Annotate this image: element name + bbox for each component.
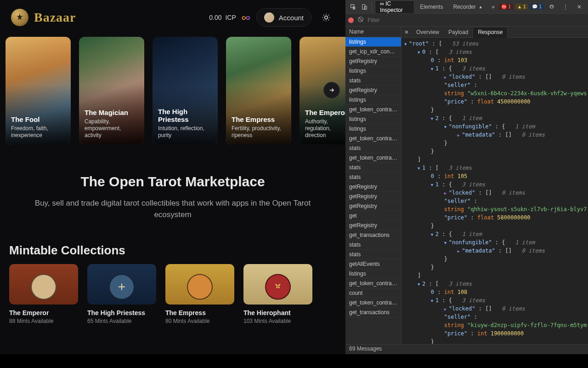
request-detail: ✕ Overview Payload Response "root" : [ 5… [401, 27, 588, 344]
balance-ticker: ICP [225, 14, 236, 21]
card-title: The High Priestess [158, 108, 212, 124]
hero-title: The Open Tarot Marketplace [18, 174, 327, 190]
mintable-title: The High Priestess [87, 309, 156, 316]
clear-icon[interactable] [357, 16, 364, 24]
app-header: Bazaar 0.00 ICP Account [0, 0, 345, 30]
record-icon[interactable] [348, 17, 354, 23]
svg-rect-1 [351, 4, 354, 7]
inspect-element-icon[interactable] [348, 1, 358, 13]
mintable-sub: 80 Mints Available [165, 318, 234, 324]
mintable-card[interactable]: The High Priestess 65 Mints Available [87, 264, 156, 324]
request-row[interactable]: getRegistry [345, 201, 401, 211]
devtools-footer: 69 Messages [345, 344, 588, 354]
tab-payload[interactable]: Payload [444, 27, 473, 38]
request-row[interactable]: stats [345, 250, 401, 259]
request-row[interactable]: get_transactions [345, 308, 401, 317]
balance: 0.00 ICP [209, 14, 250, 21]
card-title: The Empress [232, 115, 286, 123]
request-row[interactable]: getAllEvents [345, 259, 401, 269]
kebab-menu-icon[interactable]: ⋮ [560, 1, 571, 13]
card-subtitle: Fertility, productivity, ripeness [232, 125, 286, 139]
devtools-filter-bar [345, 14, 588, 27]
request-list: Name listingsget_icp_xdr_conversion_getR… [345, 27, 401, 344]
app-window: Bazaar 0.00 ICP Account The Foo [0, 0, 345, 354]
account-button[interactable]: Account [256, 8, 311, 27]
mintable-grid: The Emperor 88 Mints Available The High … [0, 264, 345, 324]
request-row[interactable]: stats [345, 240, 401, 250]
mintable-sub: 88 Mints Available [9, 318, 78, 324]
request-row[interactable]: get_token_contract_root_ [345, 105, 401, 115]
request-row[interactable]: get_token_contract_root_ [345, 298, 401, 308]
request-row[interactable]: get_transactions [345, 230, 401, 240]
detail-tabs: ✕ Overview Payload Response [401, 27, 588, 38]
header-right: 0.00 ICP Account [209, 8, 334, 27]
card-subtitle: Freedom, faith, inexperience [11, 125, 65, 139]
tab-recorder[interactable]: Recorder▲ [448, 0, 487, 13]
request-row[interactable]: get_icp_xdr_conversion_ [345, 47, 401, 57]
info-badge[interactable]: 💬1 [530, 4, 544, 10]
mintable-card[interactable]: The Emperor 88 Mints Available [9, 264, 78, 324]
request-row[interactable]: get_token_contract_root_ [345, 153, 401, 163]
mintable-card[interactable]: The Hierophant 103 Mints Available [243, 264, 312, 324]
device-toggle-icon[interactable] [359, 1, 369, 13]
request-row[interactable]: listings [345, 269, 401, 279]
theme-toggle[interactable] [318, 9, 334, 26]
tarot-card[interactable]: The High Priestess Intuition, reflection… [153, 37, 218, 144]
card-carousel: The Fool Freedom, faith, inexperience Th… [0, 30, 345, 144]
error-badge[interactable]: ⛔1 [499, 4, 513, 10]
mintable-title: The Emperor [9, 309, 78, 316]
request-row[interactable]: getRegistry [345, 182, 401, 192]
request-row[interactable]: stats [345, 172, 401, 182]
brand: Bazaar [11, 9, 76, 26]
request-row[interactable]: count [345, 288, 401, 298]
request-list-header: Name [345, 27, 401, 37]
filter-input[interactable] [368, 17, 585, 23]
tarot-card[interactable]: The Fool Freedom, faith, inexperience [6, 37, 71, 144]
svg-point-0 [325, 16, 328, 19]
tarot-card[interactable]: The Magician Capability, empowerment, ac… [79, 37, 144, 144]
request-row[interactable]: stats [345, 163, 401, 172]
devtools-panel: ∞ IC Inspector Elements Recorder▲ » ⛔1 ▲… [345, 0, 588, 354]
mintable-sub: 103 Mints Available [243, 318, 312, 324]
request-row[interactable]: getRegistry [345, 57, 401, 66]
request-row[interactable]: listings [345, 95, 401, 105]
request-row[interactable]: get_token_contract_root_ [345, 279, 401, 288]
card-subtitle: Intuition, reflection, purity [158, 125, 212, 139]
request-row[interactable]: get_token_contract_root_ [345, 134, 401, 144]
request-row[interactable]: listings [345, 124, 401, 134]
hero-subtitle: Buy, sell and trade digital tarot collec… [30, 198, 315, 220]
request-row[interactable]: get [345, 211, 401, 221]
card-title: The Magician [85, 109, 139, 116]
tab-overview[interactable]: Overview [412, 27, 444, 38]
tab-response[interactable]: Response [473, 27, 508, 38]
mintable-card[interactable]: The Empress 80 Mints Available [165, 264, 234, 324]
card-subtitle: Authority, regulation, direction [305, 118, 345, 139]
balance-amount: 0.00 [209, 14, 221, 21]
request-row[interactable]: getRegistry [345, 86, 401, 95]
request-row[interactable]: listings [345, 66, 401, 76]
carousel-next-button[interactable] [323, 82, 340, 98]
tab-elements[interactable]: Elements [415, 0, 447, 13]
close-devtools-icon[interactable]: ✕ [573, 1, 585, 13]
devtools-body: Name listingsget_icp_xdr_conversion_getR… [345, 27, 588, 344]
request-row[interactable]: getRegistry [345, 192, 401, 201]
request-row[interactable]: listings [345, 115, 401, 124]
tarot-card[interactable]: The Empress Fertility, productivity, rip… [226, 37, 291, 144]
tab-ic-inspector[interactable]: ∞ IC Inspector [375, 0, 414, 13]
request-row[interactable]: stats [345, 144, 401, 153]
close-detail-icon[interactable]: ✕ [401, 29, 412, 35]
json-viewer[interactable]: "root" : [ 53 items 0 : [ 3 items 0 : in… [401, 38, 588, 344]
settings-icon[interactable] [546, 1, 558, 13]
request-row[interactable]: stats [345, 76, 401, 86]
request-row[interactable]: listings [345, 37, 401, 47]
infinity-icon [240, 15, 250, 20]
brand-logo-icon [11, 9, 28, 26]
brand-name: Bazaar [34, 10, 76, 25]
mintable-title: The Empress [165, 309, 234, 316]
more-tabs-icon[interactable]: » [488, 1, 498, 13]
devtools-top-bar: ∞ IC Inspector Elements Recorder▲ » ⛔1 ▲… [345, 0, 588, 14]
section-title: Mintable Collections [0, 231, 345, 264]
avatar [264, 12, 274, 23]
request-row[interactable]: getRegistry [345, 221, 401, 230]
warning-badge[interactable]: ▲1 [515, 4, 528, 10]
